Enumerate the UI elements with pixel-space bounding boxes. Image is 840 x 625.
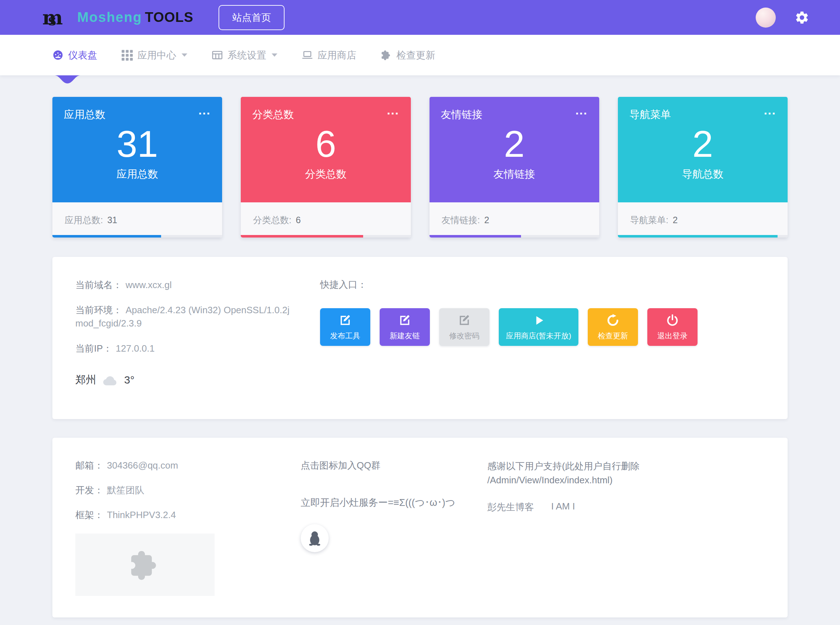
card-sublabel: 导航总数 (629, 167, 776, 182)
nav-item-app-center[interactable]: 应用中心 (121, 49, 187, 62)
progress-bar (52, 235, 222, 238)
card-value: 31 (64, 123, 211, 166)
table-icon (212, 50, 223, 61)
card-sublabel: 分类总数 (252, 167, 399, 182)
card-menu-ellipsis[interactable]: ... (575, 108, 587, 113)
publish-tool-button[interactable]: 发布工具 (320, 308, 370, 346)
quick-entry-title: 快捷入口： (320, 278, 765, 291)
nav-item-app-store[interactable]: 应用商店 (302, 49, 356, 62)
active-tab-indicator (54, 75, 80, 85)
card-footer: 友情链接: 2 (429, 202, 599, 238)
weather-temp: 3° (124, 374, 135, 386)
quick-entry: 快捷入口： 发布工具 新建友链 修改密码 应用商店(暂未开放) (305, 278, 765, 398)
current-env-row: 当前环境：Apache/2.4.23 (Win32) OpenSSL/1.0.2… (75, 303, 305, 330)
edit-icon (398, 314, 412, 327)
card-title: 导航菜单 (629, 108, 671, 122)
stat-card-nav-menu: 导航菜单 ... 2 导航总数 导航菜单: 2 (618, 97, 788, 238)
broken-image-placeholder (75, 533, 215, 596)
edit-icon (338, 314, 352, 327)
card-title: 分类总数 (252, 108, 294, 122)
play-icon (532, 314, 545, 327)
card-value: 2 (629, 123, 776, 166)
logo: m S Mosheng TOOLS (42, 8, 193, 27)
nav-item-dashboard[interactable]: 仪表盘 (52, 49, 97, 62)
server-info-panel: 当前域名：www.xcx.gl 当前环境：Apache/2.4.23 (Win3… (52, 257, 788, 419)
user-avatar[interactable] (756, 8, 776, 28)
chevron-down-icon (272, 53, 277, 57)
link-i-am-i[interactable]: I AM I (551, 501, 575, 513)
new-friend-link-button[interactable]: 新建友链 (380, 308, 430, 346)
stat-card-links: 友情链接 ... 2 友情链接 友情链接: 2 (429, 97, 599, 238)
change-password-button[interactable]: 修改密码 (439, 308, 489, 346)
brand-name: Mosheng (77, 10, 142, 25)
laptop-icon (302, 50, 313, 61)
puzzle-icon (381, 50, 392, 61)
dashboard-icon (52, 50, 64, 61)
about-panel: 邮箱：304366@qq.com 开发：默笙团队 框架：ThinkPHPV3.2… (52, 438, 788, 617)
card-footer: 分类总数: 6 (241, 202, 411, 238)
card-footer: 导航菜单: 2 (618, 202, 788, 238)
stat-cards-row: 应用总数 ... 31 应用总数 应用总数: 31 分类总数 ... (52, 97, 788, 238)
app-header: m S Mosheng TOOLS 站点首页 (0, 0, 840, 35)
cloud-icon (102, 374, 118, 386)
card-sublabel: 友情链接 (441, 167, 588, 182)
power-icon (666, 314, 679, 327)
thanks-section: 感谢以下用户支持(此处用户自行删除 /Admin/View/Index/inde… (487, 459, 765, 596)
app-store-button[interactable]: 应用商店(暂未开放) (499, 308, 579, 346)
nav-item-system-settings[interactable]: 系统设置 (212, 49, 277, 62)
qq-group-title: 点击图标加入QQ群 (301, 459, 487, 472)
chevron-down-icon (182, 53, 187, 57)
developer-row: 开发：默笙团队 (75, 484, 301, 496)
card-title: 应用总数 (64, 108, 106, 122)
about-info: 邮箱：304366@qq.com 开发：默笙团队 框架：ThinkPHPV3.2… (75, 459, 301, 596)
qq-penguin-icon[interactable] (301, 524, 329, 552)
brand-suffix: TOOLS (145, 10, 193, 25)
logout-button[interactable]: 退出登录 (647, 308, 698, 346)
card-value: 2 (441, 123, 588, 166)
stat-card-apps: 应用总数 ... 31 应用总数 应用总数: 31 (52, 97, 222, 238)
email-row: 邮箱：304366@qq.com (75, 459, 301, 472)
header-actions (756, 8, 809, 28)
weather-widget: 郑州 3° (75, 373, 305, 387)
current-domain-row: 当前域名：www.xcx.gl (75, 278, 305, 292)
card-menu-ellipsis[interactable]: ... (387, 108, 399, 113)
card-value: 6 (252, 123, 399, 166)
nav-item-check-update[interactable]: 检查更新 (381, 49, 435, 62)
current-ip-row: 当前IP：127.0.0.1 (75, 342, 305, 356)
card-sublabel: 应用总数 (64, 167, 211, 182)
gear-icon[interactable] (795, 10, 809, 25)
refresh-icon (606, 314, 620, 327)
logo-monogram-icon: m S (42, 8, 63, 27)
card-menu-ellipsis[interactable]: ... (764, 108, 776, 113)
weather-city: 郑州 (75, 373, 96, 387)
stat-card-categories: 分类总数 ... 6 分类总数 分类总数: 6 (241, 97, 411, 238)
qq-slogan: 立即开启小灶服务ー=≡Σ(((つ･ω･)つ (301, 496, 487, 509)
main-nav: 仪表盘 应用中心 系统设置 应用商店 检查更新 (0, 35, 840, 75)
progress-bar (618, 235, 788, 238)
site-home-button[interactable]: 站点首页 (219, 5, 285, 30)
edit-icon (457, 314, 471, 327)
qq-group-section: 点击图标加入QQ群 立即开启小灶服务ー=≡Σ(((つ･ω･)つ (301, 459, 487, 596)
puzzle-icon (128, 548, 162, 581)
check-update-button[interactable]: 检查更新 (588, 308, 638, 346)
grid-icon (121, 50, 133, 61)
progress-bar (241, 235, 411, 238)
card-footer: 应用总数: 31 (52, 202, 222, 238)
link-peng-blog[interactable]: 彭先生博客 (487, 501, 534, 513)
thanks-title: 感谢以下用户支持(此处用户自行删除 /Admin/View/Index/inde… (487, 459, 765, 487)
framework-row: 框架：ThinkPHPV3.2.4 (75, 509, 301, 521)
server-info: 当前域名：www.xcx.gl 当前环境：Apache/2.4.23 (Win3… (75, 278, 305, 398)
card-menu-ellipsis[interactable]: ... (198, 108, 211, 113)
card-title: 友情链接 (441, 108, 482, 122)
progress-bar (429, 235, 599, 238)
